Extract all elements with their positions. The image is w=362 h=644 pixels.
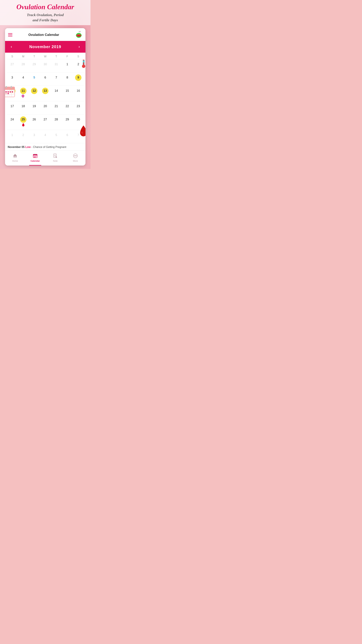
nav-calendar-label: Calendar (30, 160, 40, 162)
svg-rect-44 (34, 154, 35, 155)
fertility-status: Low (25, 146, 31, 148)
svg-rect-11 (11, 86, 12, 88)
day-cell-dec5[interactable]: 5 (51, 131, 62, 142)
svg-rect-33 (83, 60, 84, 60)
svg-point-25 (79, 36, 79, 36)
day-cell-nov1[interactable]: 1 (62, 60, 73, 71)
day-cell-nov6[interactable]: 6 (40, 74, 51, 84)
day-header-wed: W (40, 55, 51, 58)
app-header: Ovulation Calendar AD (5, 28, 85, 41)
day-cell-nov22[interactable]: 22 (62, 102, 73, 113)
bottom-navigation: Home (5, 150, 85, 166)
day-cell-dec4[interactable]: 4 (40, 131, 51, 142)
day-cell-nov13[interactable]: 13 (40, 87, 51, 100)
svg-rect-50 (55, 156, 57, 158)
watermelon-logo: AD (75, 31, 82, 39)
day-cell-nov25[interactable]: 25 (18, 116, 29, 128)
note-icon (53, 154, 58, 159)
svg-rect-10 (6, 86, 7, 88)
svg-point-43 (35, 157, 35, 158)
day-cell-nov26[interactable]: 26 (29, 116, 40, 128)
info-bar: November 05 Low - Chance of Getting Preg… (5, 143, 85, 150)
home-icon (13, 154, 17, 159)
day-cell-nov23[interactable]: 23 (73, 102, 84, 113)
nav-home[interactable]: Home (5, 152, 25, 163)
nav-note-label: Note (53, 160, 57, 162)
day-cell-nov4[interactable]: 4 (18, 74, 29, 84)
app-subtitle: Track Ovulation, Periodand Fertile Days (3, 12, 87, 23)
day-cell-nov18[interactable]: 18 (18, 102, 29, 113)
svg-point-40 (35, 156, 35, 157)
day-cell-nov3[interactable]: 3 (7, 74, 18, 84)
top-banner: Ovulation Calendar Track Ovulation, Peri… (0, 0, 90, 25)
day-cell-nov9[interactable]: 9 (73, 74, 84, 84)
month-year-label: November 2019 (29, 44, 61, 49)
next-month-button[interactable]: › (77, 44, 81, 50)
day-cell-nov19[interactable]: 19 (29, 102, 40, 113)
info-date: November 05 (8, 146, 25, 148)
blood-drop-small (22, 123, 25, 127)
hamburger-menu[interactable] (8, 33, 12, 36)
day-cell-dec6[interactable]: 6 (62, 131, 73, 142)
day-cell-oct29[interactable]: 29 (29, 60, 40, 71)
day-cell-nov11[interactable]: 11 (18, 87, 29, 100)
day-cell-nov7[interactable]: 7 (51, 74, 62, 84)
svg-rect-36 (14, 156, 16, 158)
day-headers: S M T W T F S (7, 53, 84, 59)
svg-point-18 (5, 93, 7, 94)
calendar-week-2: 3 4 5 6 7 8 9 (7, 72, 84, 86)
app-title: Ovulation Calendar (3, 3, 87, 11)
day-cell-nov28[interactable]: 28 (51, 116, 62, 128)
day-cell-dec2[interactable]: 2 (18, 131, 29, 142)
day-cell-oct30[interactable]: 30 (40, 60, 51, 71)
nav-calendar[interactable]: Calendar (25, 152, 45, 163)
day-cell-oct31[interactable]: 31 (51, 60, 62, 71)
svg-point-15 (10, 91, 11, 92)
calendar-container: S M T W T F S 27 28 29 30 (5, 53, 85, 143)
large-blood-drop (78, 124, 85, 139)
svg-point-41 (36, 156, 36, 157)
calendar-week-3: 10 11 12 13 (7, 86, 84, 101)
ovulation-indicator (21, 94, 25, 98)
nav-note[interactable]: Note (45, 152, 65, 163)
day-cell-dec3[interactable]: 3 (29, 131, 40, 142)
calendar-week-4: 17 18 19 20 21 22 23 (7, 101, 84, 114)
day-header-thu: T (51, 55, 62, 58)
nav-more-label: More (73, 160, 78, 162)
svg-point-16 (12, 91, 13, 92)
day-cell-nov21[interactable]: 21 (51, 102, 62, 113)
day-cell-nov17[interactable]: 17 (7, 102, 18, 113)
day-header-sun: S (7, 55, 18, 58)
month-navigation: ‹ November 2019 › (5, 41, 85, 53)
svg-point-27 (77, 34, 77, 35)
day-cell-nov14[interactable]: 14 (51, 87, 62, 100)
day-cell-nov2[interactable]: 2 (73, 60, 84, 71)
day-cell-nov29[interactable]: 29 (62, 116, 73, 128)
header-title: Ovulation Calendar (28, 33, 59, 37)
nav-more[interactable]: More (65, 152, 85, 163)
day-header-mon: M (18, 55, 29, 58)
day-cell-nov24[interactable]: 24 (7, 116, 18, 128)
prev-month-button[interactable]: ‹ (9, 44, 13, 50)
day-cell-nov12[interactable]: 12 (29, 87, 40, 100)
calendar-week-1: 27 28 29 30 31 1 2 (7, 59, 84, 72)
day-cell-oct28[interactable]: 28 (18, 60, 29, 71)
day-header-sat: S (73, 55, 84, 58)
day-cell-oct27[interactable]: 27 (7, 60, 18, 71)
day-cell-nov5[interactable]: 5 (29, 74, 40, 84)
svg-rect-2 (5, 88, 15, 90)
thermometer-icon (80, 59, 85, 70)
day-cell-nov27[interactable]: 27 (40, 116, 51, 128)
day-cell-dec1[interactable]: 1 (7, 131, 18, 142)
svg-point-39 (34, 156, 34, 157)
svg-rect-32 (83, 60, 83, 63)
calendar-week-6: 1 2 3 4 5 6 7 (7, 130, 84, 143)
day-cell-nov8[interactable]: 8 (62, 74, 73, 84)
day-cell-nov16[interactable]: 16 (73, 87, 84, 100)
mini-calendar-decoration (5, 85, 15, 98)
svg-point-28 (77, 35, 77, 35)
svg-rect-38 (33, 154, 37, 156)
svg-rect-45 (36, 154, 36, 155)
day-cell-nov15[interactable]: 15 (62, 87, 73, 100)
day-cell-nov20[interactable]: 20 (40, 102, 51, 113)
